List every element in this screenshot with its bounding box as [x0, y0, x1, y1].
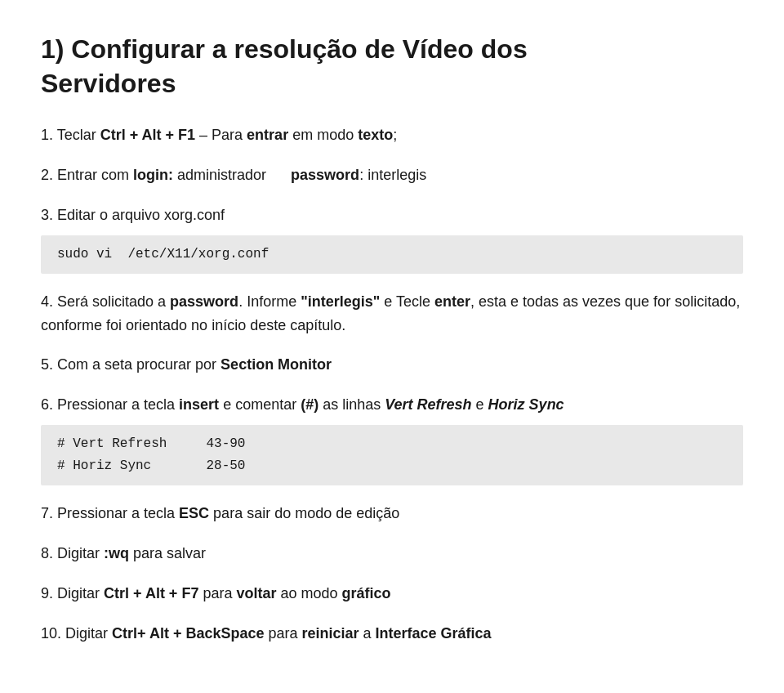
- page-title: 1) Configurar a resolução de Vídeo dosSe…: [41, 33, 743, 101]
- step-4-text: 4. Será solicitado a password. Informe "…: [41, 290, 743, 338]
- step-10: 10. Digitar Ctrl+ Alt + BackSpace para r…: [41, 622, 743, 646]
- step-2: 2. Entrar com login: administrador passw…: [41, 163, 743, 187]
- step-1-text: 1. Teclar Ctrl + Alt + F1 – Para entrar …: [41, 123, 743, 147]
- step-9-text: 9. Digitar Ctrl + Alt + F7 para voltar a…: [41, 582, 743, 606]
- step-9: 9. Digitar Ctrl + Alt + F7 para voltar a…: [41, 582, 743, 606]
- step-3: 3. Editar o arquivo xorg.conf sudo vi /e…: [41, 203, 743, 274]
- step-6-code: # Vert Refresh 43-90 # Horiz Sync 28-50: [41, 425, 743, 485]
- step-8: 8. Digitar :wq para salvar: [41, 542, 743, 566]
- step-8-text: 8. Digitar :wq para salvar: [41, 542, 743, 566]
- title-text: 1) Configurar a resolução de Vídeo dosSe…: [41, 33, 743, 101]
- step-3-text: 3. Editar o arquivo xorg.conf: [41, 203, 743, 227]
- step-7: 7. Pressionar a tecla ESC para sair do m…: [41, 502, 743, 525]
- step-6: 6. Pressionar a tecla insert e comentar …: [41, 393, 743, 485]
- step-1: 1. Teclar Ctrl + Alt + F1 – Para entrar …: [41, 123, 743, 147]
- step-5-text: 5. Com a seta procurar por Section Monit…: [41, 353, 743, 377]
- step-6-text: 6. Pressionar a tecla insert e comentar …: [41, 393, 743, 417]
- steps-container: 1. Teclar Ctrl + Alt + F1 – Para entrar …: [41, 123, 743, 645]
- step-7-text: 7. Pressionar a tecla ESC para sair do m…: [41, 502, 743, 525]
- step-3-code: sudo vi /etc/X11/xorg.conf: [41, 235, 743, 274]
- step-5: 5. Com a seta procurar por Section Monit…: [41, 353, 743, 377]
- step-2-text: 2. Entrar com login: administrador passw…: [41, 163, 743, 187]
- step-4: 4. Será solicitado a password. Informe "…: [41, 290, 743, 338]
- step-10-text: 10. Digitar Ctrl+ Alt + BackSpace para r…: [41, 622, 743, 646]
